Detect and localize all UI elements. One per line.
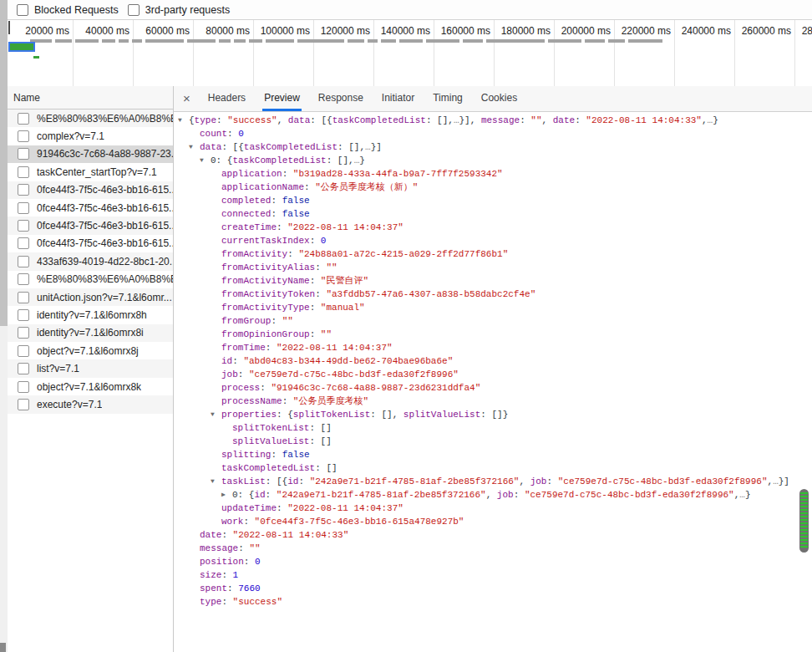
json-tree-row[interactable]: ▼{type: "success", data: [{taskCompleted… xyxy=(177,114,812,127)
tab-preview[interactable]: Preview xyxy=(262,86,302,111)
json-tree-row[interactable]: updateTime: "2022-08-11 14:04:37" xyxy=(177,502,812,515)
json-tree-row[interactable]: ▼properties: {splitTokenList: [], splitV… xyxy=(177,408,812,421)
request-checkbox[interactable] xyxy=(18,237,29,249)
request-row[interactable]: object?v=7.1&l6omrx8j xyxy=(8,342,173,359)
request-checkbox[interactable] xyxy=(18,202,29,214)
page-vertical-scrollbar[interactable] xyxy=(0,0,8,652)
json-tree-row[interactable]: processName: "公务员季度考核" xyxy=(177,395,812,408)
request-row[interactable]: identity?v=7.1&l6omrx8h xyxy=(8,306,173,323)
request-row[interactable]: list?v=7.1 xyxy=(8,359,173,377)
tree-expand-arrow-icon[interactable]: ▼ xyxy=(199,154,211,167)
blocked-requests-checkbox[interactable]: Blocked Requests xyxy=(17,4,119,16)
request-checkbox[interactable] xyxy=(18,381,29,393)
json-tree-row[interactable]: position: 0 xyxy=(177,555,812,568)
request-row[interactable]: %E8%80%83%E6%A0%B8%E... xyxy=(8,271,173,288)
json-tree-row[interactable]: fromActivity: "24b88a01-a72c-4215-a029-2… xyxy=(177,247,812,261)
json-token: fromActivityToken xyxy=(221,288,315,301)
overview-request-bar xyxy=(55,39,72,43)
request-checkbox[interactable] xyxy=(18,309,29,321)
tab-response[interactable]: Response xyxy=(317,86,365,111)
request-row[interactable]: 433af639-4019-4d22-8bc1-20... xyxy=(8,252,173,270)
json-tree-row[interactable]: splitTokenList: [] xyxy=(177,421,812,435)
request-checkbox[interactable] xyxy=(18,184,29,196)
json-tree-row[interactable]: completed: false xyxy=(177,194,812,207)
request-row[interactable]: object?v=7.1&l6omrx8k xyxy=(8,378,173,395)
json-tree-row[interactable]: currentTaskIndex: 0 xyxy=(177,234,812,247)
request-checkbox[interactable] xyxy=(18,345,29,357)
request-checkbox[interactable] xyxy=(18,113,29,125)
request-row[interactable]: 0fce44f3-7f5c-46e3-bb16-615... xyxy=(8,235,173,252)
request-row[interactable]: identity?v=7.1&l6omrx8i xyxy=(8,324,173,342)
json-tree-row[interactable]: process: "91946c3c-7c68-4a88-9887-23d623… xyxy=(177,381,812,395)
request-row[interactable]: 0fce44f3-7f5c-46e3-bb16-615... xyxy=(8,216,173,234)
json-tree-row[interactable]: message: "" xyxy=(177,542,812,555)
selected-request-bar[interactable] xyxy=(8,42,35,52)
overview-request-bar xyxy=(75,39,99,43)
json-tree-row[interactable]: id: "abd04c83-b344-49dd-be62-704bae96ba6… xyxy=(177,354,812,368)
json-tree-row[interactable]: ▼data: [{taskCompletedList: [],…}] xyxy=(177,140,812,154)
json-tree-row[interactable]: connected: false xyxy=(177,207,812,221)
tree-expand-arrow-icon[interactable]: ▼ xyxy=(177,114,189,127)
json-tree-row[interactable]: work: "0fce44f3-7f5c-46e3-bb16-615a478e9… xyxy=(177,515,812,528)
json-tree-row[interactable]: fromOpinionGroup: "" xyxy=(177,328,812,341)
scrollbar-thumb[interactable] xyxy=(0,0,8,326)
request-checkbox[interactable] xyxy=(18,327,29,339)
third-party-requests-checkbox[interactable]: 3rd-party requests xyxy=(128,4,230,16)
devtools-network-panel: Blocked Requests 3rd-party requests 2000… xyxy=(0,0,812,652)
checkbox-icon[interactable] xyxy=(17,4,28,16)
tree-expand-arrow-icon[interactable]: ▼ xyxy=(210,475,221,488)
json-tree-row[interactable]: splitValueList: [] xyxy=(177,435,812,448)
json-tree-row[interactable]: fromGroup: "" xyxy=(177,314,812,328)
json-tree-row[interactable]: size: 1 xyxy=(177,568,812,582)
request-row[interactable]: complex?v=7.1 xyxy=(8,127,173,145)
tree-expand-arrow-icon[interactable]: ▼ xyxy=(210,408,221,421)
request-row[interactable]: 0fce44f3-7f5c-46e3-bb16-615... xyxy=(8,181,173,199)
json-tree-row[interactable]: application: "b319ad28-433a-44fa-b9a7-7f… xyxy=(177,167,812,181)
request-checkbox[interactable] xyxy=(18,148,29,160)
json-tree-row[interactable]: createTime: "2022-08-11 14:04:37" xyxy=(177,221,812,234)
json-tree-row[interactable]: ▼0: {taskCompletedList: [],…} xyxy=(177,154,812,167)
request-row[interactable]: taskCenter_startTop?v=7.1 xyxy=(8,163,173,181)
checkbox-icon[interactable] xyxy=(128,4,140,16)
close-icon[interactable]: × xyxy=(183,91,190,105)
json-token: "2022-08-11 14:04:33" xyxy=(586,114,702,127)
json-tree-row[interactable]: date: "2022-08-11 14:04:33" xyxy=(177,528,812,542)
json-tree-row[interactable]: ▼taskList: [{id: "242a9e71-b21f-4785-81a… xyxy=(177,475,812,488)
json-tree-row[interactable]: splitting: false xyxy=(177,448,812,461)
request-checkbox[interactable] xyxy=(18,399,29,410)
request-checkbox[interactable] xyxy=(18,220,29,232)
json-tree-row[interactable]: fromActivityAlias: "" xyxy=(177,261,812,274)
request-checkbox[interactable] xyxy=(18,256,29,267)
request-checkbox[interactable] xyxy=(18,166,29,178)
request-row[interactable]: unitAction.json?v=7.1&l6omr... xyxy=(8,288,173,306)
preview-mini-scrollbar[interactable] xyxy=(799,489,809,553)
request-row[interactable]: execute?v=7.1 xyxy=(8,395,173,413)
tab-cookies[interactable]: Cookies xyxy=(480,86,519,111)
network-overview-waterfall[interactable]: 20000 ms40000 ms60000 ms80000 ms100000 m… xyxy=(8,20,812,87)
tree-expand-arrow-icon[interactable]: ▶ xyxy=(221,488,232,502)
request-checkbox[interactable] xyxy=(18,363,29,374)
json-tree-row[interactable]: fromActivityType: "manual" xyxy=(177,301,812,314)
json-tree-row[interactable]: fromTime: "2022-08-11 14:04:37" xyxy=(177,341,812,354)
json-tree-row[interactable]: job: "ce759e7d-c75c-48bc-bd3f-eda30f2f89… xyxy=(177,368,812,381)
json-tree-row[interactable]: spent: 7660 xyxy=(177,582,812,595)
json-tree-row[interactable]: ▶0: {id: "242a9e71-b21f-4785-81af-2be85f… xyxy=(177,488,812,502)
json-token: 1 xyxy=(233,568,239,582)
tab-initiator[interactable]: Initiator xyxy=(380,86,416,111)
name-column-header[interactable]: Name xyxy=(8,86,173,110)
json-tree-row[interactable]: type: "success" xyxy=(177,595,812,609)
tab-headers[interactable]: Headers xyxy=(206,86,247,111)
request-checkbox[interactable] xyxy=(18,292,29,303)
tree-expand-arrow-icon[interactable]: ▼ xyxy=(188,140,200,154)
json-tree-row[interactable]: fromActivityName: "民警自评" xyxy=(177,274,812,288)
request-row[interactable]: 0fce44f3-7f5c-46e3-bb16-615... xyxy=(8,199,173,216)
request-row[interactable]: 91946c3c-7c68-4a88-9887-23... xyxy=(8,145,173,163)
request-checkbox[interactable] xyxy=(18,130,29,142)
json-tree-row[interactable]: count: 0 xyxy=(177,127,812,140)
request-row[interactable]: %E8%80%83%E6%A0%B8%E... xyxy=(8,110,173,127)
request-checkbox[interactable] xyxy=(18,273,29,285)
tab-timing[interactable]: Timing xyxy=(431,86,464,111)
json-tree-row[interactable]: fromActivityToken: "a3fddb57-47a6-4307-a… xyxy=(177,288,812,301)
json-tree-row[interactable]: applicationName: "公务员季度考核（新）" xyxy=(177,181,812,194)
json-tree-row[interactable]: taskCompletedList: [] xyxy=(177,461,812,475)
